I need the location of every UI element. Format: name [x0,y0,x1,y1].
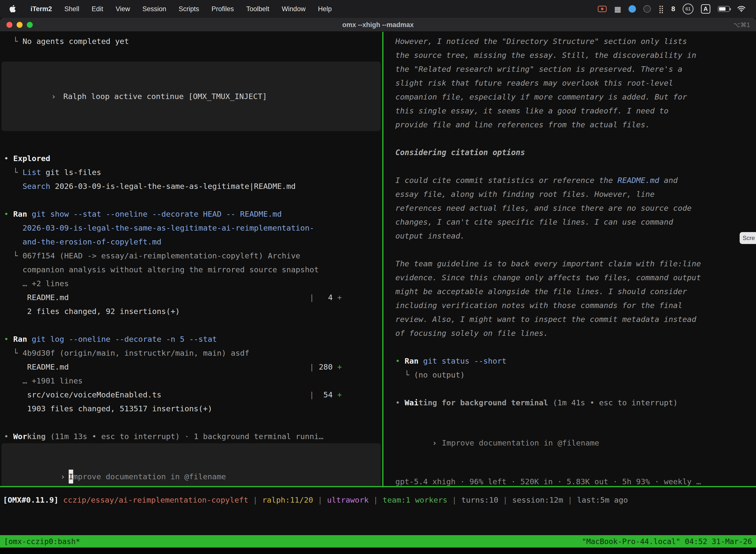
terminal-line: • Waiting for background terminal (1m 41… [395,396,750,409]
right-status-line: gpt-5.4 xhigh · 96% left · 520K in · 5.8… [383,475,756,486]
close-button[interactable] [6,22,12,28]
terminal-line: └ List git ls-files [4,165,378,179]
zoom-button[interactable] [27,22,33,28]
steering-message-box: ›Ralph loop active continue [OMX_TMUX_IN… [1,62,381,131]
battery-icon[interactable] [718,6,730,12]
dark-app-icon[interactable] [643,5,651,13]
terminal-line: README.md | 4 + [4,290,378,304]
terminal-line: 2026-03-09-is-legal-the-same-as-legitima… [4,221,378,235]
menu-item-view[interactable]: View [109,5,136,13]
menu-item-shell[interactable]: Shell [58,5,85,13]
traffic-lights [6,22,33,28]
tmux-status-bar: [omx-cczip0:bash* "MacBook-Pro-44.local"… [0,535,756,548]
terminal-line: essay file, along with finding root file… [395,187,750,201]
prompt-chevron: › [51,92,56,101]
terminal-line [395,340,750,354]
terminal-line: However, I noticed the "Directory Struct… [395,34,750,48]
wifi-icon[interactable] [737,6,746,12]
menu-item-window[interactable]: Window [275,5,312,13]
figure-eight-icon[interactable]: 8 [671,5,675,13]
terminal-line [395,159,750,173]
menu-bar-left: iTerm2 Shell Edit View Session Scripts P… [7,5,338,13]
right-pane-body: However, I noticed the "Directory Struct… [383,34,756,409]
terminal-line [4,318,378,332]
blue-app-icon[interactable] [629,5,636,13]
menu-bar: iTerm2 Shell Edit View Session Scripts P… [0,0,756,18]
terminal-line: changes, I can't cite specific file line… [395,215,750,229]
terminal-line: └ No agents completed yet [4,34,378,48]
menu-bar-status-icons: ▦ ⣿ 8 61 A [598,3,749,14]
terminal-line: [OMX#0.11.9] cczip/essay/ai-reimplementa… [3,493,756,507]
tmux-pane-left[interactable]: └ No agents completed yet ›Ralph loop ac… [0,32,382,486]
iterm2-window: iTerm2 Shell Edit View Session Scripts P… [0,0,756,554]
terminal-line: slight risk that future readers may over… [395,76,750,90]
terminal-content: └ No agents completed yet ›Ralph loop ac… [0,32,756,486]
terminal-line [4,193,378,207]
terminal-line: 1903 files changed, 513517 insertions(+) [4,402,378,416]
terminal-line: README.md | 280 + [4,360,378,374]
terminal-line: • Working (11m 13s • esc to interrupt) ·… [4,429,378,443]
menu-item-toolbelt[interactable]: Toolbelt [240,5,275,13]
menu-item-scripts[interactable]: Scripts [172,5,205,13]
terminal-line [4,416,378,429]
terminal-line: might be acceptable alongside the file l… [395,284,750,298]
menu-item-help[interactable]: Help [312,5,338,13]
terminal-line: this single essay, it seems like a good … [395,104,750,118]
terminal-line [395,382,750,396]
terminal-line: and-the-erosion-of-copyleft.md [4,235,378,249]
prompt-chevron: › [432,438,437,447]
minimize-button[interactable] [17,22,22,28]
left-pane-bottom: ›Improve documentation in @filename gpt-… [0,443,382,486]
left-pane-body: • Explored └ List git ls-files Search 20… [0,151,382,443]
window-title-bar[interactable]: omx --xhigh --madmax ⌥⌘1 [0,18,756,32]
terminal-line: Search 2026-03-09-is-legal-the-same-as-l… [4,179,378,193]
screen-share-floating-tab[interactable]: Scre [740,232,756,244]
prompt-chevron: › [61,472,65,481]
input-ghost-text: Improve documentation in @filename [442,438,599,447]
menu-item-edit[interactable]: Edit [85,5,110,13]
prompt-input-right[interactable]: ›Improve documentation in @filename [383,409,756,464]
terminal-line: 2 files changed, 92 insertions(+) [4,304,378,318]
tmux-session-window-label[interactable]: [omx-cczip0:bash* [4,537,80,546]
terminal-line: I could cite commit statistics or refere… [395,173,750,187]
terminal-line: • Ran git show --stat --oneline --decora… [4,207,378,221]
window-shortcut-hint: ⌥⌘1 [733,18,750,32]
terminal-line: provide file and line references from th… [395,118,750,131]
prompt-input-left[interactable]: ›Improve documentation in @filename [1,443,381,486]
text-cursor: I [69,469,73,484]
terminal-line: └ (no output) [395,368,750,382]
menu-item-session[interactable]: Session [136,5,172,13]
terminal-line: • Ran git log --oneline --decorate -n 5 … [4,332,378,346]
terminal-line: • Explored [4,151,378,165]
terminal-line: references need actual files, and since … [395,201,750,215]
window-title: omx --xhigh --madmax [0,18,756,32]
input-source-icon[interactable]: A [701,4,710,14]
input-ghost-text: mprove documentation in @filename [73,472,226,481]
screen-recording-indicator-icon[interactable] [598,6,607,12]
apple-menu-icon[interactable] [9,5,17,13]
recording-dot-icon [601,8,604,10]
terminal-line: The team guideline is to back every impo… [395,257,750,271]
omx-status-line: [OMX#0.11.9] cczip/essay/ai-reimplementa… [0,493,756,507]
terminal-line: └ 067f154 (HEAD -> essay/ai-reimplementa… [4,249,378,263]
terminal-line [395,131,750,146]
terminal-line: including verification notes with those … [395,298,750,312]
tmux-pane-right[interactable]: However, I noticed the "Directory Struct… [383,32,756,486]
terminal-line: companion file, especially if more comme… [395,90,750,104]
bottom-strip [0,548,756,554]
menu-item-profiles[interactable]: Profiles [205,5,240,13]
terminal-line: evidence. Since this change only affects… [395,271,750,284]
terminal-line: gpt-5.4 xhigh · 96% left · 520K in · 5.8… [395,475,756,486]
right-pane-bottom: ›Improve documentation in @filename gpt-… [383,409,756,486]
terminal-line: output instead. [395,229,750,243]
status-divider-line [0,486,756,487]
terminal-line: Considering citation options [395,146,750,159]
grid-icon[interactable]: ▦ [614,5,621,13]
dots-grid-icon[interactable]: ⣿ [658,5,664,13]
menu-item-iterm2[interactable]: iTerm2 [24,5,58,13]
terminal-line: … +2 lines [4,277,378,290]
terminal-line: src/voice/voiceModeEnabled.ts | 54 + [4,388,378,402]
gauge-icon[interactable]: 61 [683,3,693,14]
terminal-line: … +1901 lines [4,374,378,388]
terminal-line: the source tree, missing the essay. Stil… [395,48,750,62]
